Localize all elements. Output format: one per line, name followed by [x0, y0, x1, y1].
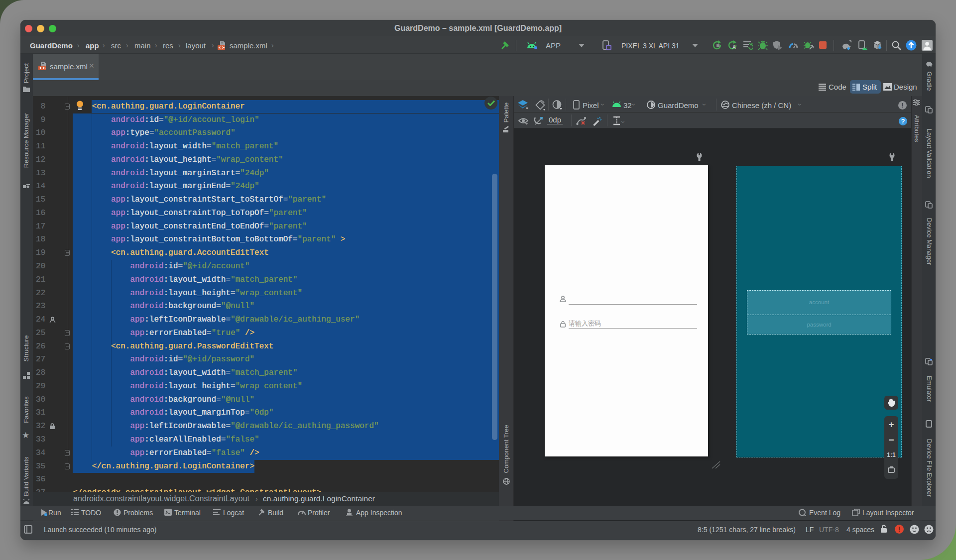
svg-text:A: A	[732, 44, 736, 50]
